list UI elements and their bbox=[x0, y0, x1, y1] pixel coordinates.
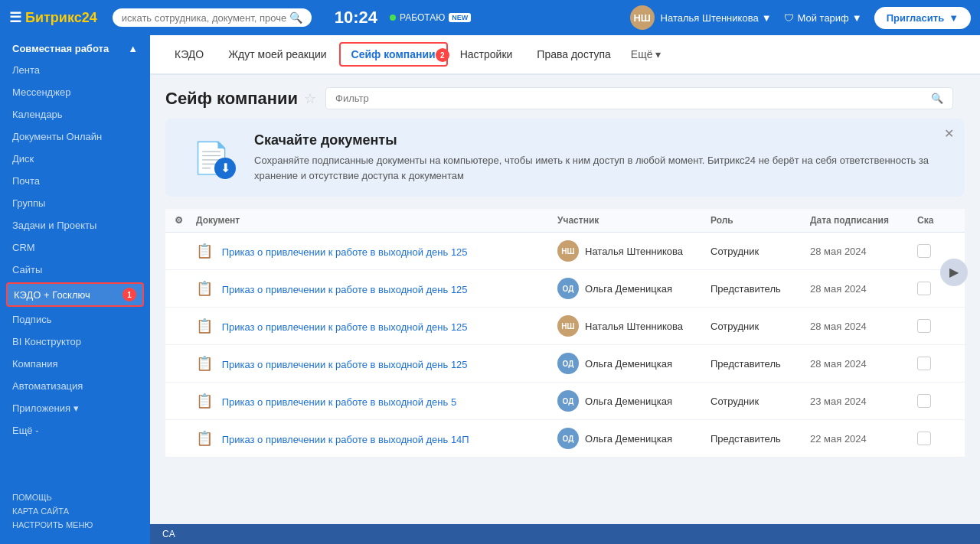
page-header: Сейф компании ☆ 🔍 bbox=[165, 87, 965, 109]
download-checkbox[interactable] bbox=[917, 244, 931, 258]
banner-download-icon: ⬇ bbox=[214, 158, 236, 179]
topbar: ☰ Битрикс24 🔍 10:24 РАБОТАЮ NEW НШ Натал… bbox=[0, 0, 980, 35]
tab-more[interactable]: Ещё ▾ bbox=[623, 36, 669, 73]
search-icon: 🔍 bbox=[289, 11, 302, 24]
sidebar-item-sites[interactable]: Сайты bbox=[0, 259, 150, 281]
sidebar-item-bi[interactable]: BI Конструктор bbox=[0, 331, 150, 353]
tab-settings[interactable]: Настройки bbox=[448, 36, 525, 73]
col-settings-icon[interactable]: ⚙ bbox=[175, 215, 196, 226]
doc-link[interactable]: Приказ о привлечении к работе в выходной… bbox=[222, 246, 468, 258]
tab-more-caret-icon: ▾ bbox=[655, 48, 661, 60]
doc-link[interactable]: Приказ о привлечении к работе в выходной… bbox=[222, 359, 468, 370]
tariff-menu[interactable]: 🛡 Мой тариф ▼ bbox=[784, 12, 862, 24]
participant-avatar: ОД bbox=[557, 278, 579, 299]
logo: ☰ Битрикс24 bbox=[9, 9, 97, 26]
doc-file-icon: 📋 bbox=[196, 243, 213, 259]
role-text: Представитель bbox=[710, 433, 781, 445]
table-header: ⚙ Документ Участник Роль Дата подписания… bbox=[165, 209, 965, 233]
sidebar-item-tasks[interactable]: Задачи и Проекты bbox=[0, 214, 150, 236]
col-download-header: Ска bbox=[917, 215, 956, 226]
invite-button[interactable]: Пригласить ▼ bbox=[874, 7, 971, 29]
status-indicator[interactable]: РАБОТАЮ NEW bbox=[390, 12, 471, 23]
filter-input[interactable] bbox=[335, 93, 931, 104]
user-menu[interactable]: НШ Наталья Штенникова ▼ bbox=[630, 5, 772, 30]
sidebar-item-crm[interactable]: CRM bbox=[0, 236, 150, 259]
doc-link[interactable]: Приказ о привлечении к работе в выходной… bbox=[222, 321, 468, 333]
banner-close-button[interactable]: ✕ bbox=[944, 126, 954, 141]
participant-avatar: ОД bbox=[557, 353, 579, 374]
sidebar-footer-sitemap[interactable]: КАРТА САЙТА bbox=[12, 504, 138, 518]
main-layout: Совместная работа ▲ Лента Мессенджер Кал… bbox=[0, 35, 980, 544]
role-text: Представитель bbox=[710, 283, 781, 295]
documents-table: ⚙ Документ Участник Роль Дата подписания… bbox=[165, 209, 965, 458]
search-bar[interactable]: 🔍 bbox=[113, 8, 312, 27]
content-area: КЭДО Ждут моей реакции Сейф компании 2 Н… bbox=[150, 35, 980, 544]
date-text: 28 мая 2024 bbox=[810, 283, 867, 295]
kedo-badge: 1 bbox=[122, 288, 136, 301]
status-new-badge: NEW bbox=[449, 13, 471, 22]
sidebar-footer-help[interactable]: ПОМОЩЬ bbox=[12, 490, 138, 504]
doc-file-icon: 📋 bbox=[196, 393, 213, 409]
col-role-header: Роль bbox=[710, 215, 810, 226]
download-checkbox[interactable] bbox=[917, 319, 931, 333]
tab-awaiting[interactable]: Ждут моей реакции bbox=[216, 36, 338, 73]
doc-file-icon: 📋 bbox=[196, 281, 213, 296]
download-checkbox[interactable] bbox=[917, 357, 931, 370]
download-checkbox[interactable] bbox=[917, 432, 931, 445]
banner-text: Скачайте документы Сохраняйте подписанны… bbox=[254, 132, 949, 183]
sidebar-item-sign[interactable]: Подпись bbox=[0, 308, 150, 331]
status-dot bbox=[390, 15, 396, 21]
favorite-star-icon[interactable]: ☆ bbox=[304, 90, 316, 107]
tab-kedo[interactable]: КЭДО bbox=[162, 36, 216, 73]
sidebar-item-groups[interactable]: Группы bbox=[0, 192, 150, 214]
tabs-bar: КЭДО Ждут моей реакции Сейф компании 2 Н… bbox=[150, 35, 980, 75]
search-input[interactable] bbox=[122, 12, 286, 24]
filter-bar[interactable]: 🔍 bbox=[325, 87, 953, 109]
page-title: Сейф компании bbox=[165, 89, 298, 109]
table-row: 📋 Приказ о привлечении к работе в выходн… bbox=[165, 345, 965, 383]
sidebar-item-company[interactable]: Компания bbox=[0, 353, 150, 375]
sidebar-item-messenger[interactable]: Мессенджер bbox=[0, 81, 150, 103]
sidebar-item-disk[interactable]: Диск bbox=[0, 148, 150, 170]
filter-search-icon: 🔍 bbox=[931, 93, 943, 104]
status-label: РАБОТАЮ bbox=[400, 12, 445, 23]
doc-link[interactable]: Приказ о привлечении к работе в выходной… bbox=[222, 434, 469, 445]
participant-name: Ольга Деменицкая bbox=[585, 283, 672, 295]
sidebar-item-automation[interactable]: Автоматизация bbox=[0, 375, 150, 397]
participant-name: Ольга Деменицкая bbox=[585, 358, 672, 370]
table-row: 📋 Приказ о привлечении к работе в выходн… bbox=[165, 383, 965, 420]
banner-title: Скачайте документы bbox=[254, 132, 949, 148]
download-banner: 📄 ⬇ Скачайте документы Сохраняйте подпис… bbox=[165, 119, 965, 197]
participant-avatar: ОД bbox=[557, 390, 579, 412]
tariff-label: Мой тариф bbox=[798, 12, 849, 24]
sidebar-item-feed[interactable]: Лента bbox=[0, 59, 150, 81]
sidebar-section-collaborative[interactable]: Совместная работа ▲ bbox=[0, 35, 150, 59]
download-checkbox[interactable] bbox=[917, 394, 931, 408]
sidebar-item-mail[interactable]: Почта bbox=[0, 170, 150, 192]
doc-link[interactable]: Приказ о привлечении к работе в выходной… bbox=[222, 284, 468, 295]
sidebar-collapse-icon[interactable]: ▲ bbox=[128, 43, 138, 54]
download-checkbox[interactable] bbox=[917, 282, 931, 295]
ca-footer-bar: CA bbox=[150, 524, 980, 544]
current-time: 10:24 bbox=[335, 8, 377, 28]
participant-name: Ольга Деменицкая bbox=[585, 396, 672, 407]
participant-avatar: ОД bbox=[557, 428, 579, 449]
sidebar-footer-settings[interactable]: НАСТРОИТЬ МЕНЮ bbox=[12, 518, 138, 532]
date-text: 23 мая 2024 bbox=[810, 396, 867, 407]
sidebar-item-kedo[interactable]: КЭДО + Госключ 1 bbox=[6, 282, 144, 307]
tab-safe[interactable]: Сейф компании 2 bbox=[339, 42, 448, 67]
scroll-right-button[interactable]: ▶ bbox=[940, 259, 968, 286]
tab-access[interactable]: Права доступа bbox=[524, 36, 622, 73]
participant-name: Наталья Штенникова bbox=[585, 321, 683, 332]
sidebar-item-more[interactable]: Ещё - bbox=[0, 419, 150, 441]
doc-link[interactable]: Приказ о привлечении к работе в выходной… bbox=[222, 396, 457, 408]
shield-icon: 🛡 bbox=[784, 12, 794, 24]
participant-avatar: НШ bbox=[557, 315, 579, 337]
sidebar-item-calendar[interactable]: Календарь bbox=[0, 103, 150, 125]
sidebar-item-apps[interactable]: Приложения ▾ bbox=[0, 397, 150, 419]
sidebar-section-label: Совместная работа bbox=[12, 43, 109, 54]
col-date-header: Дата подписания bbox=[810, 215, 917, 226]
sidebar-item-docs-online[interactable]: Документы Онлайн bbox=[0, 125, 150, 148]
doc-file-icon: 📋 bbox=[196, 318, 213, 334]
table-row: 📋 Приказ о привлечении к работе в выходн… bbox=[165, 308, 965, 345]
